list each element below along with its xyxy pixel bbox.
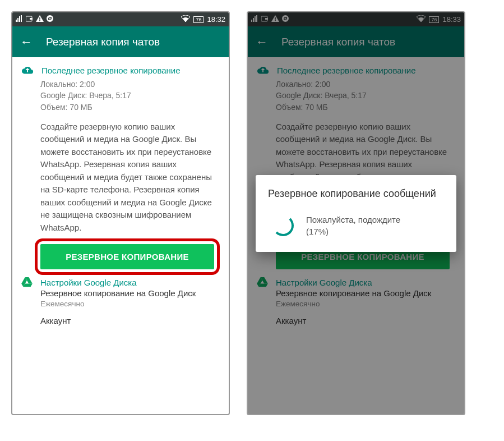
backup-size: Объем: 70 МБ [40, 102, 220, 113]
gd-frequency: Ежемесячно [40, 300, 220, 308]
spinner-icon [272, 215, 294, 236]
svg-rect-3 [39, 20, 40, 21]
page-title: Резервная копия чатов [46, 36, 160, 48]
dialog-title: Резервное копирование сообщений [268, 187, 444, 200]
phone-screenshot-1: 76 18:32 ← Резервная копия чатов Последн… [11, 11, 230, 415]
backup-description: Создайте резервную копию ваших сообщений… [40, 121, 220, 235]
wifi-icon [181, 15, 190, 24]
back-arrow-icon[interactable]: ← [20, 35, 33, 49]
dialog-progress-text: (17%) [306, 226, 400, 237]
backup-google-drive-time: Google Диск: Вчера, 5:17 [40, 90, 220, 101]
gd-backup-to-drive[interactable]: Резервное копирование на Google Диск [40, 288, 220, 298]
app-bar: ← Резервная копия чатов [12, 26, 229, 57]
cloud-upload-icon [21, 65, 34, 75]
status-time: 18:32 [207, 15, 225, 24]
wallet-icon [26, 15, 34, 24]
svg-rect-1 [30, 18, 33, 20]
google-drive-icon [21, 277, 33, 287]
warning-icon [36, 15, 44, 24]
dialog-wait-text: Пожалуйста, подождите [306, 214, 400, 226]
signal-icon [16, 15, 24, 24]
svg-rect-2 [39, 17, 40, 20]
backup-button[interactable]: РЕЗЕРВНОЕ КОПИРОВАНИЕ [40, 244, 214, 269]
progress-dialog: Резервное копирование сообщений Пожалуйс… [256, 175, 456, 252]
status-bar: 76 18:32 [12, 12, 229, 26]
battery-level: 76 [193, 16, 204, 23]
backup-local-time: Локально: 2:00 [40, 79, 220, 90]
sync-icon [46, 15, 54, 24]
gd-account[interactable]: Аккаунт [40, 316, 220, 325]
phone-screenshot-2: 76 18:33 ← Резервная копия чатов Последн… [247, 11, 465, 415]
google-drive-settings-title: Настройки Google Диска [40, 278, 137, 287]
last-backup-title: Последнее резервное копирование [41, 66, 181, 75]
